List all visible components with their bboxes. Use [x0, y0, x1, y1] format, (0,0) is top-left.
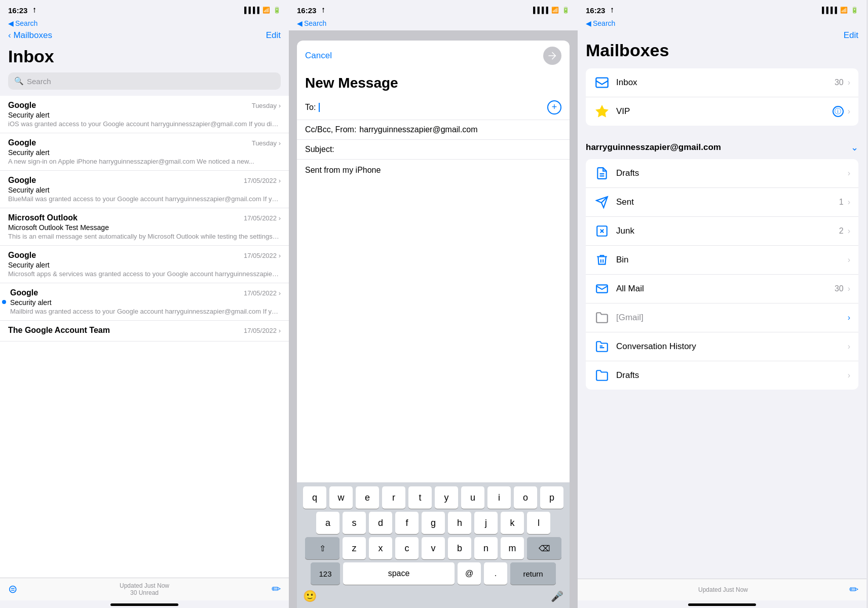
mailbox-item-inbox[interactable]: Inbox 30 › [586, 68, 858, 97]
key-p[interactable]: p [540, 486, 563, 509]
filter-icon[interactable]: ⊜ [8, 583, 17, 596]
key-q[interactable]: q [303, 486, 326, 509]
key-v[interactable]: v [422, 537, 445, 559]
key-period[interactable]: . [484, 562, 507, 585]
key-g[interactable]: g [422, 512, 445, 534]
key-t[interactable]: t [408, 486, 432, 509]
key-l[interactable]: l [527, 512, 550, 534]
key-e[interactable]: e [356, 486, 379, 509]
mailboxes-back-button[interactable]: ‹ Mailboxes [8, 30, 52, 41]
mailbox-item-vip[interactable]: VIP ⓘ › [586, 97, 858, 126]
email-item-4[interactable]: Google 17/05/2022 › Security alert Micro… [0, 246, 289, 283]
key-x[interactable]: x [369, 537, 392, 559]
key-j[interactable]: j [474, 512, 498, 534]
mailbox-item-sent[interactable]: Sent 1 › [586, 188, 858, 217]
key-m[interactable]: m [501, 537, 524, 559]
gmail-icon [594, 310, 610, 326]
back-arrow-icon: ◀ [8, 19, 14, 27]
back-link-inbox[interactable]: ◀ Search [0, 18, 289, 30]
mailbox-item-drafts[interactable]: Drafts › [586, 159, 858, 188]
compose-icon[interactable]: ✏ [272, 583, 281, 596]
mailbox-item-gmail[interactable]: [Gmail] › [586, 303, 858, 332]
mailboxes-chevron-icon: ‹ [8, 30, 11, 40]
wifi-icon-compose: 📶 [551, 7, 559, 14]
key-o[interactable]: o [514, 486, 537, 509]
subject-label: Subject: [305, 145, 334, 154]
inbox-search-bar[interactable]: 🔍 Search [8, 72, 281, 90]
key-space[interactable]: space [343, 562, 455, 585]
conversation-history-icon [594, 338, 610, 355]
inbox-panel: 16:23 ▐▐▐▐ 📶 🔋 ◀ Search ‹ Mailboxes Edit… [0, 0, 289, 608]
mic-key[interactable]: 🎤 [551, 590, 563, 602]
time-compose: 16:23 [297, 6, 326, 15]
time-mailboxes: 16:23 [586, 6, 615, 15]
key-c[interactable]: c [395, 537, 419, 559]
key-k[interactable]: k [501, 512, 524, 534]
account-expand-icon[interactable]: ⌄ [851, 142, 858, 153]
email-item-0[interactable]: Google Tuesday › Security alert iOS was … [0, 96, 289, 133]
mailbox-item-folder-drafts[interactable]: Drafts › [586, 361, 858, 390]
mailbox-item-allmail[interactable]: All Mail 30 › [586, 275, 858, 303]
key-f[interactable]: f [395, 512, 419, 534]
email-date-4: 17/05/2022 › [244, 252, 281, 259]
back-link-compose[interactable]: ◀ Search [289, 18, 578, 30]
email-preview-1: A new sign-in on Apple iPhone harryguinn… [8, 158, 281, 165]
send-button[interactable] [543, 47, 561, 65]
key-z[interactable]: z [343, 537, 366, 559]
cc-from-row[interactable]: Cc/Bcc, From: harryguinnesszapier@gmail.… [297, 120, 570, 140]
key-at[interactable]: @ [458, 562, 481, 585]
email-item-3[interactable]: Microsoft Outlook 17/05/2022 › Microsoft… [0, 208, 289, 246]
email-item-5[interactable]: Google 17/05/2022 › Security alert Mailb… [0, 283, 289, 321]
junk-icon [594, 223, 610, 239]
key-u[interactable]: u [461, 486, 484, 509]
key-y[interactable]: y [435, 486, 458, 509]
sent-label: Sent [616, 197, 839, 207]
wifi-icon-mailboxes: 📶 [840, 7, 848, 14]
key-h[interactable]: h [448, 512, 471, 534]
compose-icon-mailboxes[interactable]: ✏ [849, 583, 858, 596]
status-bar-compose: 16:23 ▐▐▐▐ 📶 🔋 [289, 0, 578, 18]
keyboard: q w e r t y u i o p a s d f g h j k l [297, 482, 570, 608]
sent-icon [594, 194, 610, 210]
email-item-2[interactable]: Google 17/05/2022 › Security alert BlueM… [0, 171, 289, 208]
mailbox-item-bin[interactable]: Bin › [586, 246, 858, 275]
email-item-6[interactable]: The Google Account Team 17/05/2022 › [0, 321, 289, 341]
key-r[interactable]: r [382, 486, 405, 509]
key-i[interactable]: i [487, 486, 511, 509]
email-item-1[interactable]: Google Tuesday › Security alert A new si… [0, 133, 289, 171]
key-n[interactable]: n [474, 537, 498, 559]
mailbox-item-junk[interactable]: Junk 2 › [586, 217, 858, 246]
vip-info-button[interactable]: ⓘ [833, 106, 844, 117]
key-d[interactable]: d [369, 512, 392, 534]
keyboard-row-2: a s d f g h j k l [299, 512, 568, 534]
sent-badge: 1 [839, 198, 844, 207]
mailboxes-bottom-toolbar: Updated Just Now ✏ [578, 579, 866, 600]
key-return[interactable]: return [510, 562, 556, 585]
key-numbers[interactable]: 123 [311, 562, 340, 585]
key-shift[interactable]: ⇧ [305, 537, 339, 559]
key-a[interactable]: a [316, 512, 339, 534]
back-link-mailboxes[interactable]: ◀ Search [578, 18, 866, 30]
compose-header-bar: Cancel [297, 41, 570, 69]
inbox-edit-button[interactable]: Edit [266, 30, 281, 41]
inbox-badge: 30 [835, 78, 844, 87]
email-subject-2: Security alert [8, 186, 281, 194]
mailbox-item-conversation-history[interactable]: Conversation History › [586, 332, 858, 361]
to-field-row[interactable]: To: + [297, 95, 570, 120]
email-preview-0: iOS was granted access to your Google ac… [8, 120, 281, 128]
key-backspace[interactable]: ⌫ [527, 537, 561, 559]
cancel-button[interactable]: Cancel [305, 51, 332, 61]
emoji-key[interactable]: 🙂 [303, 590, 317, 603]
key-w[interactable]: w [329, 486, 353, 509]
key-b[interactable]: b [448, 537, 471, 559]
email-date-6: 17/05/2022 › [244, 327, 281, 334]
compose-body[interactable]: Sent from my iPhone [297, 160, 570, 482]
key-s[interactable]: s [343, 512, 366, 534]
email-date-2: 17/05/2022 › [244, 177, 281, 184]
inbox-bottom-toolbar: ⊜ Updated Just Now 30 Unread ✏ [0, 578, 289, 600]
account-header[interactable]: harryguinnesszapier@gmail.com ⌄ [578, 136, 866, 159]
back-arrow-icon-compose: ◀ [297, 19, 303, 27]
add-recipient-button[interactable]: + [547, 100, 561, 115]
mailboxes-edit-button[interactable]: Edit [844, 30, 858, 41]
subject-row[interactable]: Subject: [297, 140, 570, 160]
